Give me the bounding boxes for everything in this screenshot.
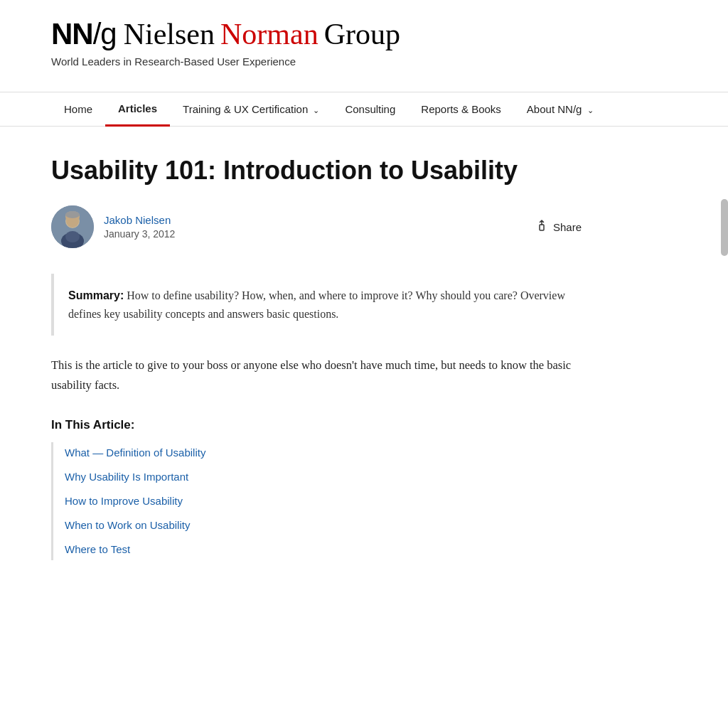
article-body: This is the article to give to your boss… xyxy=(51,355,589,395)
author-info: Jakob Nielsen January 3, 2012 xyxy=(51,205,175,248)
logo-norman: Norman xyxy=(220,17,318,51)
share-label: Share xyxy=(553,221,582,233)
toc-link-where[interactable]: Where to Test xyxy=(65,539,589,560)
toc-link-when[interactable]: When to Work on Usability xyxy=(65,515,589,536)
scrollbar[interactable] xyxy=(721,199,728,256)
summary-label: Summary: xyxy=(68,289,124,301)
logo[interactable]: NN/g Nielsen Norman Group xyxy=(51,17,677,51)
summary-box: Summary: How to define usability? How, w… xyxy=(51,274,589,336)
nav-link-consulting[interactable]: Consulting xyxy=(332,93,408,125)
summary-content: How to define usability? How, when, and … xyxy=(68,289,565,320)
toc-section: In This Article: What — Definition of Us… xyxy=(51,418,589,560)
toc-item-how[interactable]: How to Improve Usability xyxy=(65,491,589,512)
toc-item-what[interactable]: What — Definition of Usability xyxy=(65,442,589,464)
share-icon xyxy=(535,218,549,236)
site-tagline: World Leaders in Research-Based User Exp… xyxy=(51,55,677,68)
nav-link-home[interactable]: Home xyxy=(51,93,105,125)
author-details: Jakob Nielsen January 3, 2012 xyxy=(104,214,175,240)
nav-item-reports-books[interactable]: Reports & Books xyxy=(408,93,514,125)
nav-link-articles[interactable]: Articles xyxy=(105,92,170,127)
toc-list: What — Definition of Usability Why Usabi… xyxy=(51,442,589,560)
author-section: Jakob Nielsen January 3, 2012 Share xyxy=(51,205,589,248)
site-header: NN/g Nielsen Norman Group World Leaders … xyxy=(0,0,728,92)
svg-point-3 xyxy=(65,231,80,242)
nav-link-training[interactable]: Training & UX Certification ⌄ xyxy=(170,93,332,125)
svg-rect-8 xyxy=(540,225,544,230)
nav-link-about[interactable]: About NN/g ⌄ xyxy=(514,93,606,125)
avatar xyxy=(51,205,94,248)
toc-link-why[interactable]: Why Usability Is Important xyxy=(65,466,589,488)
nav-item-training[interactable]: Training & UX Certification ⌄ xyxy=(170,93,332,125)
svg-point-7 xyxy=(65,211,80,218)
nav-item-home[interactable]: Home xyxy=(51,93,105,125)
logo-nn: NN xyxy=(51,17,93,50)
toc-link-how[interactable]: How to Improve Usability xyxy=(65,491,589,512)
author-date: January 3, 2012 xyxy=(104,228,175,240)
share-button[interactable]: Share xyxy=(528,214,589,240)
author-name-link[interactable]: Jakob Nielsen xyxy=(104,214,171,226)
nav-item-about[interactable]: About NN/g ⌄ xyxy=(514,93,606,125)
toc-item-where[interactable]: Where to Test xyxy=(65,539,589,560)
article-title: Usability 101: Introduction to Usability xyxy=(51,155,589,186)
chevron-down-icon-about: ⌄ xyxy=(587,106,594,114)
logo-nielsen: Nielsen xyxy=(124,17,215,51)
logo-slash-g: /g xyxy=(93,17,117,50)
toc-item-when[interactable]: When to Work on Usability xyxy=(65,515,589,536)
chevron-down-icon: ⌄ xyxy=(313,106,319,114)
nav-item-consulting[interactable]: Consulting xyxy=(332,93,408,125)
nav-item-articles[interactable]: Articles xyxy=(105,92,170,126)
toc-heading: In This Article: xyxy=(51,418,589,432)
nav-link-reports-books[interactable]: Reports & Books xyxy=(408,93,514,125)
toc-link-what[interactable]: What — Definition of Usability xyxy=(65,442,589,464)
main-nav: Home Articles Training & UX Certificatio… xyxy=(0,92,728,127)
logo-group: Group xyxy=(324,17,400,51)
toc-item-why[interactable]: Why Usability Is Important xyxy=(65,466,589,488)
main-content: Usability 101: Introduction to Usability xyxy=(0,127,640,589)
